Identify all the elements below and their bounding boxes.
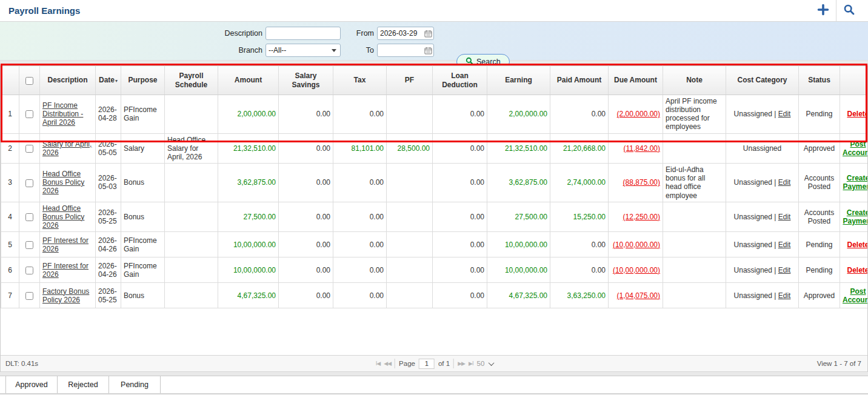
due-amount-link[interactable]: (2,00,000.00) — [617, 110, 660, 118]
amount-cell: 27,500.00 — [218, 202, 279, 231]
page-size-chevron-icon[interactable] — [488, 360, 494, 366]
col-description[interactable]: Description — [40, 66, 96, 95]
paid-amount-cell: 0.00 — [550, 257, 609, 283]
search-toggle-button[interactable] — [836, 0, 862, 21]
col-earning[interactable]: Earning — [487, 66, 550, 95]
row-number: 5 — [1, 232, 19, 257]
description-link[interactable]: PF Interest for 2026 — [42, 262, 88, 279]
note-cell — [663, 232, 726, 257]
legend-rejected[interactable]: Rejected — [57, 376, 109, 393]
col-note[interactable]: Note — [663, 66, 726, 95]
search-button-label: Search — [476, 58, 501, 66]
col-cost-category[interactable]: Cost Category — [726, 66, 799, 95]
due-amount-link[interactable]: (12,250.00) — [623, 213, 660, 221]
add-button[interactable] — [810, 0, 836, 21]
col-loan-deduction[interactable]: Loan Deduction — [433, 66, 487, 95]
due-amount-link[interactable]: (1,04,075.00) — [617, 291, 660, 300]
earning-cell: 10,00,000.00 — [487, 232, 550, 257]
edit-link[interactable]: Edit — [778, 110, 791, 118]
action-link[interactable]: Create Payment — [843, 174, 867, 191]
table-row: 6 PF Interest for 2026 2026-04-26 PFInco… — [1, 257, 868, 283]
row-checkbox[interactable] — [25, 267, 33, 274]
last-page-icon[interactable]: ▶Ⅰ — [469, 360, 473, 367]
due-amount-link[interactable]: (10,00,000.00) — [613, 241, 660, 249]
description-link[interactable]: PF Income Distribution - April 2026 — [42, 101, 83, 127]
description-input[interactable] — [265, 27, 341, 40]
row-number: 1 — [1, 95, 19, 134]
grid-pager: DLT: 0.41s Ⅰ◀ ◀◀ Page of 1 ▶▶ ▶Ⅰ 50 View… — [1, 355, 867, 372]
next-page-icon[interactable]: ▶▶ — [458, 360, 465, 367]
col-tax[interactable]: Tax — [333, 66, 387, 95]
action-link[interactable]: Delete — [847, 110, 867, 118]
action-link[interactable]: Post Accounts — [843, 140, 867, 157]
edit-link[interactable]: Edit — [778, 213, 791, 221]
edit-link[interactable]: Edit — [778, 266, 791, 274]
edit-link[interactable]: Edit — [778, 178, 791, 187]
description-label: Description — [219, 29, 265, 38]
view-info: View 1 - 7 of 7 — [817, 360, 867, 367]
earning-cell: 2,00,000.00 — [487, 95, 550, 134]
plus-icon — [817, 4, 829, 18]
row-checkbox[interactable] — [25, 241, 33, 249]
earning-cell: 3,62,875.00 — [487, 164, 550, 202]
row-number: 2 — [1, 133, 19, 163]
description-link[interactable]: Factory Bonus Policy 2026 — [42, 287, 89, 304]
note-cell — [663, 257, 726, 283]
col-paid-amount[interactable]: Paid Amount — [550, 66, 609, 95]
tax-cell: 0.00 — [333, 232, 387, 257]
legend-pending[interactable]: Pending — [109, 376, 161, 393]
col-amount[interactable]: Amount — [218, 66, 279, 95]
payroll-schedule-cell — [165, 164, 218, 202]
row-checkbox[interactable] — [25, 213, 33, 221]
description-link[interactable]: Salary for April, 2026 — [42, 140, 92, 157]
row-checkbox[interactable] — [25, 110, 33, 118]
due-amount-link[interactable]: (10,00,000.00) — [613, 266, 660, 274]
action-link[interactable]: Delete — [847, 241, 867, 249]
row-checkbox[interactable] — [25, 179, 33, 187]
action-link[interactable]: Create Payment — [843, 208, 867, 225]
branch-select[interactable]: --All-- — [265, 44, 341, 57]
payroll-schedule-cell — [165, 257, 218, 283]
status-cell: Pending — [799, 257, 840, 283]
chevron-down-icon — [332, 49, 336, 52]
description-link[interactable]: Head Office Bonus Policy 2026 — [42, 204, 84, 230]
table-row: 7 Factory Bonus Policy 2026 2026-05-25 B… — [1, 283, 868, 308]
payroll-schedule-cell — [165, 232, 218, 257]
page-number-input[interactable] — [419, 359, 435, 369]
col-pf[interactable]: PF — [387, 66, 433, 95]
due-amount-link[interactable]: (11,842.00) — [624, 144, 661, 153]
col-purpose[interactable]: Purpose — [121, 66, 165, 95]
select-all-checkbox[interactable] — [25, 77, 33, 85]
paid-amount-cell: 15,250.00 — [550, 202, 609, 231]
col-payroll-schedule[interactable]: Payroll Schedule — [165, 66, 218, 95]
from-date-input[interactable] — [377, 27, 434, 40]
description-cell: PF Interest for 2026 — [40, 232, 96, 257]
col-salary-savings[interactable]: Salary Savings — [279, 66, 333, 95]
earning-cell: 4,67,325.00 — [487, 283, 550, 308]
edit-link[interactable]: Edit — [778, 241, 791, 249]
to-date-input[interactable] — [377, 44, 434, 57]
col-date[interactable]: Date▾ — [96, 66, 121, 95]
due-amount-link[interactable]: (88,875.00) — [623, 178, 660, 187]
description-link[interactable]: PF Interest for 2026 — [42, 236, 88, 253]
status-cell: Accounts Posted — [799, 164, 840, 202]
note-cell — [663, 283, 726, 308]
row-checkbox[interactable] — [25, 145, 33, 153]
cost-category-value: Unassigned — [734, 213, 772, 221]
note-cell — [663, 133, 726, 163]
col-due-amount[interactable]: Due Amount — [609, 66, 663, 95]
first-page-icon[interactable]: Ⅰ◀ — [376, 360, 381, 367]
col-status[interactable]: Status — [799, 66, 840, 95]
prev-page-icon[interactable]: ◀◀ — [384, 360, 391, 367]
row-checkbox[interactable] — [25, 292, 33, 300]
status-cell: Pending — [799, 232, 840, 257]
date-cell: 2026-05-25 — [96, 202, 121, 231]
legend-approved[interactable]: Approved — [5, 376, 58, 393]
description-link[interactable]: Head Office Bonus Policy 2026 — [42, 170, 84, 195]
action-link[interactable]: Delete — [847, 266, 867, 274]
action-link[interactable]: Post Accounts — [843, 287, 867, 304]
page-size-value[interactable]: 50 — [477, 360, 485, 367]
amount-cell: 10,00,000.00 — [218, 232, 279, 257]
due-amount-cell: (12,250.00) — [609, 202, 663, 231]
edit-link[interactable]: Edit — [778, 291, 791, 300]
